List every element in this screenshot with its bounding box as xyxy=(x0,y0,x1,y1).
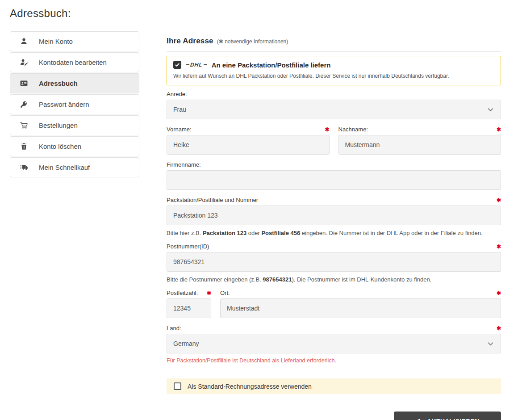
dhl-logo: DHL xyxy=(186,62,207,68)
aktualisieren-button[interactable]: AKTUALISIEREN xyxy=(394,412,501,420)
truck-icon xyxy=(19,163,28,172)
packstation-checkbox-label[interactable]: An eine Packstation/Postfiliale liefern xyxy=(212,61,331,69)
sidebar-item-konto-loeschen[interactable]: Konto löschen xyxy=(10,136,139,156)
cart-icon xyxy=(19,121,28,130)
dhl-packstation-box: DHL An eine Packstation/Postfiliale lief… xyxy=(167,56,501,85)
sidebar-item-label: Mein Konto xyxy=(39,38,73,45)
postnummer-label: Postnummer(ID) xyxy=(167,243,209,250)
land-error-message: Für Packstation/Postfiliale ist Deutschl… xyxy=(167,357,501,364)
packstation-nummer-label: Packstation/Postfiliale und Nummer xyxy=(167,197,258,203)
form-heading: Ihre Adresse xyxy=(167,37,213,46)
sidebar-item-bestellungen[interactable]: Bestellungen xyxy=(10,115,139,135)
address-card-icon xyxy=(19,79,28,88)
sidebar-item-label: Konto löschen xyxy=(39,143,81,150)
trash-icon xyxy=(19,142,28,151)
land-label: Land: xyxy=(167,325,181,332)
user-edit-icon xyxy=(19,58,28,67)
postnummer-hint: Bitte die Postnummer eingeben (z.B. 9876… xyxy=(167,276,501,283)
anrede-select[interactable]: Frau xyxy=(167,100,501,119)
firmenname-input[interactable] xyxy=(167,170,501,190)
postnummer-input[interactable] xyxy=(167,252,501,272)
nachname-input[interactable] xyxy=(338,135,501,155)
sync-icon xyxy=(415,418,422,420)
packstation-nummer-input[interactable] xyxy=(167,206,501,225)
required-marker: ✱ xyxy=(497,126,501,133)
nachname-label: Nachname: xyxy=(338,126,368,133)
packstation-checkbox[interactable] xyxy=(173,61,181,69)
required-marker: ✱ xyxy=(497,290,501,296)
packstation-description: Wir liefern auf Wunsch an DHL Packstatio… xyxy=(173,73,494,79)
sidebar-item-mein-konto[interactable]: Mein Konto xyxy=(10,31,139,51)
vorname-input[interactable] xyxy=(167,135,330,155)
required-marker: ✱ xyxy=(497,244,501,250)
sidebar-item-label: Bestellungen xyxy=(39,122,78,129)
postleitzahl-label: Postleitzahl: xyxy=(167,290,198,296)
check-icon xyxy=(175,62,180,67)
postleitzahl-input[interactable] xyxy=(167,298,211,318)
sidebar-item-label: Kontodaten bearbeiten xyxy=(39,59,107,66)
address-form: Ihre Adresse (✱ notwendige Informationen… xyxy=(167,31,501,420)
form-heading-note: (✱ notwendige Informationen) xyxy=(217,38,288,45)
aktualisieren-button-label: AKTUALISIEREN xyxy=(427,418,479,420)
land-selected-value: Germany xyxy=(173,340,199,347)
page-title: Adressbuch: xyxy=(10,7,501,20)
required-marker: ✱ xyxy=(497,197,501,203)
standard-billing-bar: Als Standard-Rechnungsadresse verwenden xyxy=(167,378,501,394)
packstation-hint: Bitte hier z.B. Packstation 123 oder Pos… xyxy=(167,230,501,236)
sidebar-item-label: Adressbuch xyxy=(39,80,78,87)
standard-billing-label[interactable]: Als Standard-Rechnungsadresse verwenden xyxy=(188,383,312,390)
sidebar-item-kontodaten-bearbeiten[interactable]: Kontodaten bearbeiten xyxy=(10,52,139,72)
land-select[interactable]: Germany xyxy=(167,334,501,353)
account-sidebar: Mein Konto Kontodaten bearbeiten xyxy=(10,31,139,177)
firmenname-label: Firmenname: xyxy=(167,161,201,168)
ort-label: Ort: xyxy=(220,290,230,296)
anrede-selected-value: Frau xyxy=(173,106,186,113)
account-page: Adressbuch: Mein Konto xyxy=(0,0,518,420)
required-marker: ✱ xyxy=(325,126,329,133)
anrede-label: Anrede: xyxy=(167,91,187,97)
form-header: Ihre Adresse (✱ notwendige Informationen… xyxy=(167,37,501,46)
dhl-logo-text: DHL xyxy=(190,62,203,68)
ort-input[interactable] xyxy=(220,298,501,318)
required-marker: ✱ xyxy=(207,290,211,296)
chevron-down-icon xyxy=(487,106,494,113)
required-marker: ✱ xyxy=(497,325,501,332)
chevron-down-icon xyxy=(487,340,494,348)
standard-billing-checkbox[interactable] xyxy=(174,382,181,390)
header-divider xyxy=(167,51,501,52)
sidebar-item-adressbuch[interactable]: Adressbuch xyxy=(10,73,139,93)
sidebar-item-mein-schnellkauf[interactable]: Mein Schnellkauf xyxy=(10,157,139,177)
sidebar-item-label: Mein Schnellkauf xyxy=(39,164,90,171)
user-icon xyxy=(19,37,28,46)
sidebar-item-label: Passwort ändern xyxy=(39,101,89,108)
vorname-label: Vorname: xyxy=(167,126,192,133)
dhl-logo-dash xyxy=(186,64,189,66)
sidebar-item-passwort-aendern[interactable]: Passwort ändern xyxy=(10,94,139,114)
key-icon xyxy=(19,100,28,109)
dhl-logo-dash xyxy=(203,64,206,66)
